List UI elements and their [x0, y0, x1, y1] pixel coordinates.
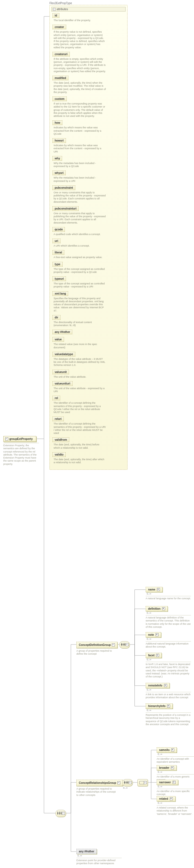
- attribute-name[interactable]: creatoruri: [53, 52, 70, 57]
- expand-icon[interactable]: [171, 766, 174, 769]
- element-cardinality: 0..∞: [157, 753, 194, 755]
- attribute-name[interactable]: uri: [53, 239, 60, 243]
- expand-icon[interactable]: [156, 654, 159, 657]
- attributes-container: attributes idThe local identifier of the…: [50, 5, 128, 470]
- type-title: Flex2ExtPropType: [50, 2, 72, 5]
- attribute-row: creatorIf the property value is not defi…: [53, 25, 124, 49]
- collapse-icon[interactable]: [126, 643, 129, 646]
- attribute-name[interactable]: reluri: [53, 416, 64, 421]
- element-broader: broader0..∞An identifier of a more gener…: [157, 765, 194, 782]
- expand-icon[interactable]: [172, 781, 175, 784]
- element-cardinality: 0..∞: [76, 854, 122, 857]
- attribute-name[interactable]: how: [53, 120, 62, 125]
- expand-icon[interactable]: [167, 705, 170, 708]
- element-cardinality: 0..∞: [146, 658, 191, 661]
- attribute-name[interactable]: literal: [53, 250, 64, 255]
- attribute-name[interactable]: valueunit: [53, 370, 69, 374]
- attribute-name[interactable]: howuri: [53, 138, 66, 143]
- element-box[interactable]: hierarchyInfo: [146, 704, 172, 709]
- choice-connector[interactable]: [137, 779, 148, 786]
- attribute-doc: The unit of the value attribute - expres…: [54, 387, 106, 393]
- element-cardinality: 0..∞: [157, 802, 194, 804]
- collapse-icon[interactable]: [117, 781, 120, 784]
- attribute-row: customIf set to true the corresponding p…: [53, 96, 124, 118]
- attribute-name[interactable]: validto: [53, 452, 66, 457]
- attribute-doc: The type of the concept assigned as cont…: [54, 268, 106, 274]
- attribute-name[interactable]: pubconstraint: [53, 185, 75, 190]
- attribute-name[interactable]: typeuri: [53, 276, 66, 281]
- attribute-doc: The type of the concept assigned as cont…: [54, 282, 106, 288]
- attribute-row: any ##other: [53, 330, 124, 334]
- expand-icon[interactable]: [164, 684, 167, 687]
- element-cardinality: 0..∞: [146, 592, 191, 595]
- expand-icon[interactable]: [170, 797, 173, 800]
- attribute-name[interactable]: dir: [53, 315, 60, 320]
- attribute-name[interactable]: whyuri: [53, 170, 66, 175]
- element-box[interactable]: name: [146, 587, 162, 592]
- attribute-name[interactable]: value: [53, 337, 64, 342]
- attribute-row: creatoruriIf the attribute is empty, spe…: [53, 52, 124, 73]
- attribute-doc: If the attribute is empty, specifies whi…: [54, 58, 106, 73]
- attributes-header-label: attributes: [57, 8, 68, 11]
- element-box[interactable]: note: [146, 632, 161, 638]
- collapse-icon[interactable]: [62, 812, 65, 815]
- collapse-icon[interactable]: [144, 781, 147, 784]
- sequence-connector[interactable]: [122, 779, 133, 786]
- collapse-icon[interactable]: [5, 437, 8, 440]
- attribute-name[interactable]: any ##other: [53, 330, 72, 334]
- element-box[interactable]: narrower: [157, 780, 178, 785]
- attribute-name[interactable]: valuedatatype: [53, 352, 75, 356]
- element-box[interactable]: remoteInfo: [146, 683, 170, 688]
- attribute-row: qcodeA qualified code which identifies a…: [53, 227, 124, 236]
- element-label: any ##other: [79, 850, 94, 853]
- attribute-name[interactable]: xml:lang: [53, 291, 68, 296]
- element-box[interactable]: any ##other: [76, 849, 97, 854]
- root-element: groupExtProperty Extension Property; the…: [3, 436, 36, 466]
- group-concept-definition[interactable]: ConceptDefinitionGroup: [76, 642, 117, 648]
- root-element-box[interactable]: groupExtProperty: [3, 436, 36, 442]
- element-name: name0..∞A natural language name for the …: [146, 587, 191, 600]
- attribute-name[interactable]: rel: [53, 396, 60, 400]
- attribute-name[interactable]: creator: [53, 25, 66, 29]
- element-box[interactable]: related: [157, 796, 175, 801]
- element-label: sameAs: [159, 748, 170, 751]
- attribute-name[interactable]: pubconstrainturi: [53, 206, 79, 211]
- element-box[interactable]: definition: [146, 606, 168, 611]
- attribute-row: valueunitThe unit of the value attribute…: [53, 370, 124, 378]
- element-facet: facet0..∞In NAR 1.8 and later, facet is …: [146, 653, 191, 678]
- attribute-name[interactable]: id: [53, 13, 59, 18]
- collapse-icon[interactable]: [112, 643, 115, 646]
- expand-icon[interactable]: [171, 748, 174, 751]
- element-box[interactable]: sameAs: [157, 747, 177, 752]
- attribute-name[interactable]: type: [53, 262, 63, 267]
- group-concept-definition-doc: A group of properties required to define…: [76, 648, 113, 656]
- element-box[interactable]: broader: [157, 765, 176, 770]
- attribute-name[interactable]: valueunituri: [53, 381, 73, 386]
- attribute-row: valueunituriThe unit of the value attrib…: [53, 381, 124, 393]
- attributes-header[interactable]: attributes: [51, 7, 126, 11]
- attribute-doc: Indicates by which means the value was e…: [54, 144, 106, 153]
- element-label: note: [148, 633, 154, 636]
- attribute-row: whyWhy the metadata has been included - …: [53, 156, 124, 168]
- group-label: ConceptDefinitionGroup: [79, 643, 111, 646]
- expand-icon[interactable]: [157, 588, 160, 591]
- attribute-name[interactable]: custom: [53, 96, 67, 101]
- sequence-connector[interactable]: [56, 810, 66, 817]
- element-box[interactable]: facet: [146, 653, 162, 658]
- expand-icon[interactable]: [162, 607, 165, 610]
- sequence-connector[interactable]: [119, 641, 130, 648]
- sequence-cardinality: 0..∞: [123, 786, 128, 789]
- attribute-doc: The directionality of textual content (e…: [54, 321, 106, 327]
- attribute-name[interactable]: why: [53, 156, 62, 161]
- collapse-icon[interactable]: [129, 781, 132, 784]
- element-any-other: any ##other 0..∞ Extension point for pro…: [76, 849, 122, 865]
- expand-icon[interactable]: [156, 633, 159, 636]
- collapse-icon[interactable]: [53, 8, 56, 11]
- group-concept-relationships[interactable]: ConceptRelationshipsGroup: [76, 780, 123, 786]
- attribute-name[interactable]: modified: [53, 76, 68, 80]
- attribute-name[interactable]: validfrom: [53, 437, 69, 442]
- attribute-doc: A free-text value assigned as property v…: [54, 256, 106, 259]
- attribute-doc: Why the metadata has been included - exp…: [54, 176, 106, 183]
- attribute-name[interactable]: qcode: [53, 227, 65, 232]
- attribute-row: modifiedThe date (and, optionally, the t…: [53, 76, 124, 94]
